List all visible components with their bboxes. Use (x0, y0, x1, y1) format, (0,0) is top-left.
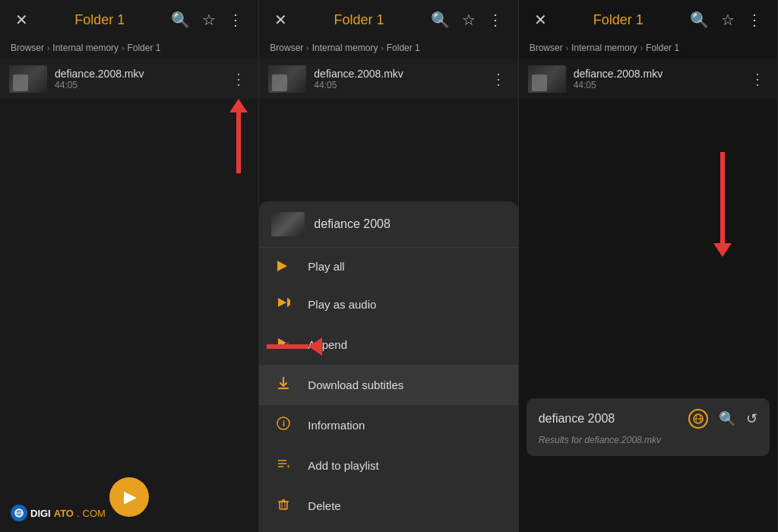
play-fab-1[interactable]: ▶ (109, 477, 149, 517)
file-row-3[interactable]: defiance.2008.mkv 44:05 ⋮ (519, 59, 777, 99)
delete-icon (274, 496, 293, 515)
search-icon-2[interactable]: 🔍 (425, 8, 456, 32)
search-icon-1[interactable]: 🔍 (165, 8, 196, 32)
close-icon-2[interactable]: ✕ (268, 8, 293, 32)
context-menu-header: defiance 2008 (259, 201, 517, 248)
file-row-2[interactable]: defiance.2008.mkv 44:05 ⋮ (259, 59, 517, 99)
chevron-3b: › (640, 44, 643, 52)
watermark: DIGI ATO . COM (11, 505, 106, 521)
menu-item-add-to-playlist[interactable]: + Add to playlist (259, 445, 517, 486)
subtitle-search-title: defiance 2008 (539, 412, 615, 426)
file-name-3: defiance.2008.mkv (574, 68, 739, 80)
subtitle-results: Results for defiance.2008.mkv (539, 435, 757, 445)
menu-item-download-subtitles-label: Download subtitles (308, 378, 403, 391)
chevron-2a: › (306, 44, 308, 52)
menu-item-play-all-label: Play all (308, 260, 344, 273)
red-arrow-3 (713, 152, 732, 257)
file-name-2: defiance.2008.mkv (314, 68, 479, 80)
file-thumb-1 (9, 65, 47, 93)
chevron-1a: › (47, 44, 49, 52)
file-info-3: defiance.2008.mkv 44:05 (574, 68, 739, 90)
star-icon-2[interactable]: ☆ (456, 8, 482, 32)
svg-rect-6 (287, 298, 289, 307)
breadcrumb-2: Browser › Internal memory › Folder 1 (259, 40, 517, 59)
more-icon-1[interactable]: ⋮ (222, 8, 249, 32)
breadcrumb-folder-1: Folder 1 (127, 43, 160, 53)
context-thumb (271, 212, 305, 236)
topbar-2: ✕ Folder 1 🔍 ☆ ⋮ (259, 0, 517, 40)
more-icon-2[interactable]: ⋮ (482, 8, 509, 32)
h-arrow-shaft (267, 344, 308, 349)
information-icon: i (274, 416, 293, 435)
menu-item-play-all[interactable]: Play all (259, 248, 517, 284)
red-arrow-horizontal (267, 337, 322, 356)
breadcrumb-memory-1: Internal memory (52, 43, 119, 53)
panel-2: ✕ Folder 1 🔍 ☆ ⋮ Browser › Internal memo… (259, 0, 518, 532)
more-icon-3[interactable]: ⋮ (741, 8, 768, 32)
thumb-inner-2 (268, 65, 306, 93)
menu-item-download-subtitles[interactable]: Download subtitles (259, 365, 517, 405)
file-thumb-3 (528, 65, 566, 93)
topbar-1: ✕ Folder 1 🔍 ☆ ⋮ (0, 0, 258, 40)
topbar-3: ✕ Folder 1 🔍 ☆ ⋮ (519, 0, 777, 40)
file-info-1: defiance.2008.mkv 44:05 (55, 68, 220, 90)
star-icon-3[interactable]: ☆ (715, 8, 741, 32)
watermark-dot: . (77, 508, 80, 519)
svg-rect-7 (289, 299, 290, 306)
download-icon (274, 375, 293, 394)
file-name-1: defiance.2008.mkv (55, 68, 220, 80)
play-all-icon (274, 258, 293, 274)
chevron-2b: › (381, 44, 383, 52)
h-arrow-head (308, 337, 322, 356)
menu-item-delete-label: Delete (308, 499, 340, 512)
breadcrumb-folder-2: Folder 1 (387, 43, 420, 53)
star-icon-1[interactable]: ☆ (196, 8, 222, 32)
panel-1: ✕ Folder 1 🔍 ☆ ⋮ Browser › Internal memo… (0, 0, 259, 532)
watermark-com: COM (83, 508, 106, 519)
thumb-inner-1 (9, 65, 47, 93)
file-thumb-2 (268, 65, 306, 93)
file-more-btn-2[interactable]: ⋮ (488, 67, 509, 91)
thumb-figure-1 (13, 74, 28, 91)
thumb-figure-3 (532, 74, 547, 91)
arrow-head-1 (229, 99, 248, 112)
menu-item-delete[interactable]: Delete (259, 486, 517, 526)
thumb-inner-3 (528, 65, 566, 93)
menu-item-information[interactable]: i Information (259, 405, 517, 445)
breadcrumb-browser-3: Browser (530, 43, 563, 53)
svg-marker-5 (278, 298, 286, 307)
arrow-shaft-1 (236, 112, 241, 173)
menu-item-play-audio-label: Play as audio (308, 298, 376, 311)
folder-title-1: Folder 1 (34, 12, 165, 28)
subtitle-history-icon[interactable]: ↺ (746, 410, 757, 427)
search-icon-3[interactable]: 🔍 (684, 8, 715, 32)
subtitle-icon-group: 🔍 ↺ (688, 409, 757, 429)
file-row-1[interactable]: defiance.2008.mkv 44:05 ⋮ (0, 59, 258, 99)
breadcrumb-memory-3: Internal memory (571, 43, 637, 53)
close-icon-3[interactable]: ✕ (528, 8, 553, 32)
watermark-digi: DIGI (30, 508, 51, 519)
menu-item-play-audio[interactable]: Play as audio (259, 284, 517, 325)
subtitle-search-icon[interactable]: 🔍 (719, 410, 735, 427)
file-duration-3: 44:05 (574, 80, 739, 90)
globe-icon[interactable] (688, 409, 708, 429)
chevron-1b: › (122, 44, 124, 52)
red-arrow-1 (229, 99, 248, 173)
thumb-figure-2 (272, 74, 287, 91)
svg-marker-4 (277, 261, 287, 271)
arrow-shaft-3 (720, 152, 725, 243)
close-icon-1[interactable]: ✕ (9, 8, 34, 32)
breadcrumb-folder-3: Folder 1 (646, 43, 679, 53)
menu-item-add-to-playlist-label: Add to playlist (308, 459, 378, 472)
breadcrumb-browser-1: Browser (11, 43, 44, 53)
file-more-btn-1[interactable]: ⋮ (228, 67, 249, 91)
arrow-head-3 (713, 243, 732, 257)
breadcrumb-memory-2: Internal memory (312, 43, 378, 53)
context-menu-title: defiance 2008 (314, 217, 391, 231)
file-info-2: defiance.2008.mkv 44:05 (314, 68, 479, 90)
folder-title-3: Folder 1 (553, 12, 684, 28)
breadcrumb-browser-2: Browser (270, 43, 303, 53)
file-more-btn-3[interactable]: ⋮ (747, 67, 768, 91)
watermark-ato: ATO (54, 508, 74, 519)
svg-text:i: i (283, 419, 285, 428)
